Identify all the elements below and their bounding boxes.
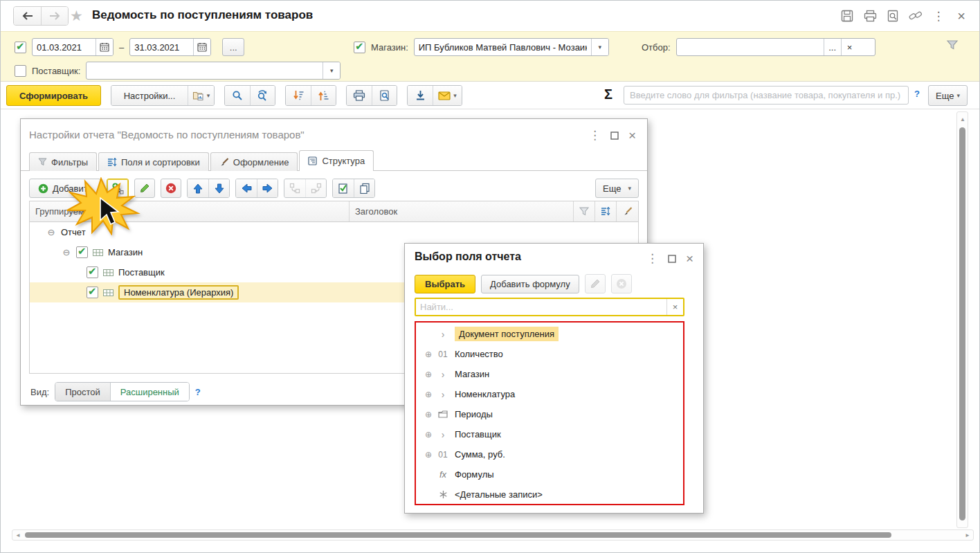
add-formula-button[interactable]: Добавить формулу (481, 275, 579, 293)
list-item-receipt-document[interactable]: › Документ поступления (416, 324, 683, 344)
chevron-down-icon[interactable]: ▾ (323, 62, 340, 79)
send-email-button[interactable]: ▾ (433, 86, 462, 105)
vertical-scroll-thumb[interactable] (959, 127, 965, 520)
add-plus-icon[interactable]: ⊕ (421, 410, 435, 419)
field-search-input[interactable] (416, 299, 666, 315)
quick-filter-input[interactable] (624, 86, 909, 105)
list-item-formulas[interactable]: fx Формулы (416, 464, 683, 484)
supplier-checkbox[interactable]: ✔ (15, 65, 26, 77)
period-checkbox[interactable]: ✔ (15, 42, 26, 53)
expand-chevron-icon[interactable]: › (435, 429, 451, 440)
more-menu-icon[interactable]: ⋮ (930, 8, 947, 24)
header-appearance-button[interactable] (617, 201, 638, 221)
column-header[interactable]: Заголовок (350, 201, 574, 221)
add-plus-icon[interactable]: ⊕ (421, 430, 435, 439)
add-plus-icon[interactable]: ⊕ (421, 350, 435, 359)
list-item-supplier[interactable]: ⊕ › Поставщик (416, 424, 683, 444)
date-to-input[interactable] (130, 39, 193, 55)
shop-value-input[interactable] (415, 39, 591, 55)
list-item-nomenclature[interactable]: ⊕ › Номенклатура (416, 384, 683, 404)
search-clear-button[interactable]: × (666, 299, 683, 315)
move-right-button[interactable] (257, 179, 278, 197)
date-from-input[interactable] (33, 39, 96, 55)
dialog-close-icon[interactable]: × (686, 252, 693, 265)
view-extended-button[interactable]: Расширенный (110, 383, 189, 401)
clear-field-button[interactable] (611, 274, 632, 293)
chevron-down-icon[interactable]: ▾ (591, 39, 608, 55)
selection-input[interactable] (677, 39, 824, 55)
maximize-icon[interactable] (610, 132, 619, 140)
shop-checkbox[interactable]: ✔ (354, 42, 365, 53)
add-plus-icon[interactable]: ⊕ (421, 390, 435, 399)
edit-field-button[interactable] (585, 274, 606, 293)
view-help-button[interactable]: ? (195, 387, 201, 397)
collapse-icon[interactable]: ⊖ (46, 227, 56, 237)
header-sort-button[interactable] (595, 201, 617, 221)
back-button[interactable] (14, 7, 41, 25)
find-next-button[interactable] (250, 86, 275, 105)
move-out-button[interactable] (305, 179, 326, 197)
find-button[interactable] (225, 86, 250, 105)
horizontal-scroll-thumb[interactable] (25, 532, 891, 538)
add-plus-icon[interactable]: ⊕ (421, 450, 435, 460)
tab-fields-sorting[interactable]: Поля и сортировки (98, 152, 209, 171)
help-button[interactable]: ? (914, 89, 920, 99)
move-up-button[interactable] (188, 179, 208, 197)
dialog-close-icon[interactable]: × (628, 129, 636, 142)
scroll-up-icon[interactable]: ▲ (960, 116, 965, 123)
print-preview-button[interactable] (372, 86, 397, 105)
uncheck-all-button[interactable] (354, 179, 374, 197)
scroll-left-icon[interactable]: ◄ (15, 532, 21, 538)
tab-structure[interactable]: Структура (299, 150, 374, 171)
settings-button[interactable]: Настройки... (111, 86, 188, 105)
list-item-periods[interactable]: ⊕ Периоды (416, 404, 683, 424)
save-icon[interactable] (839, 8, 855, 24)
row-checkbox[interactable]: ✔ (87, 287, 98, 298)
favorite-star-icon[interactable]: ★ (70, 8, 83, 24)
row-checkbox[interactable]: ✔ (76, 246, 88, 258)
calendar-icon[interactable] (193, 39, 210, 55)
supplier-value-input[interactable] (87, 62, 323, 79)
print-preview-icon[interactable] (884, 8, 901, 24)
horizontal-scrollbar[interactable]: ◄ ► (12, 529, 974, 541)
dialog-more-icon[interactable]: ⋮ (646, 253, 658, 264)
expand-chevron-icon[interactable]: › (435, 389, 451, 400)
header-filter-button[interactable] (574, 201, 595, 221)
move-left-button[interactable] (236, 179, 257, 197)
generate-button[interactable]: Сформировать (6, 85, 101, 106)
calendar-icon[interactable] (96, 39, 113, 55)
select-button[interactable]: Выбрать (415, 275, 475, 293)
structure-more-button[interactable]: Еще ▾ (595, 179, 639, 198)
sum-sigma-button[interactable]: Σ (604, 87, 612, 102)
list-item-shop[interactable]: ⊕ › Магазин (416, 364, 683, 384)
view-simple-button[interactable]: Простой (55, 383, 110, 401)
link-icon[interactable] (907, 8, 924, 24)
expand-chevron-icon[interactable]: › (435, 329, 451, 340)
collapse-icon[interactable]: ⊖ (62, 247, 71, 257)
filter-funnel-icon[interactable] (946, 39, 959, 51)
row-checkbox[interactable]: ✔ (87, 266, 98, 278)
list-item-quantity[interactable]: ⊕ 01 Количество (416, 344, 683, 364)
print-button[interactable] (347, 86, 372, 105)
close-icon[interactable]: × (953, 8, 970, 24)
tab-appearance[interactable]: Оформление (210, 152, 298, 171)
list-item-sum[interactable]: ⊕ 01 Сумма, руб. (416, 444, 683, 464)
sort-descending-button[interactable] (286, 86, 311, 105)
maximize-icon[interactable] (668, 255, 676, 263)
selection-clear-button[interactable]: × (841, 39, 858, 55)
dialog-more-icon[interactable]: ⋮ (589, 129, 601, 141)
tab-filters[interactable]: Фильтры (29, 152, 97, 171)
period-options-button[interactable]: ... (222, 38, 244, 56)
vertical-scrollbar[interactable]: ▲ (956, 111, 968, 528)
forward-button[interactable] (41, 7, 68, 25)
list-item-detail-records[interactable]: <Детальные записи> (416, 484, 683, 505)
print-icon[interactable] (862, 8, 878, 24)
report-variant-button[interactable]: ▾ (188, 86, 214, 105)
selection-options-button[interactable]: ... (824, 39, 841, 55)
scroll-right-icon[interactable]: ► (965, 532, 970, 538)
move-into-button[interactable] (284, 179, 305, 197)
move-down-button[interactable] (208, 179, 229, 197)
add-plus-icon[interactable]: ⊕ (421, 370, 435, 379)
delete-button[interactable] (161, 179, 181, 198)
save-file-button[interactable] (408, 86, 433, 105)
